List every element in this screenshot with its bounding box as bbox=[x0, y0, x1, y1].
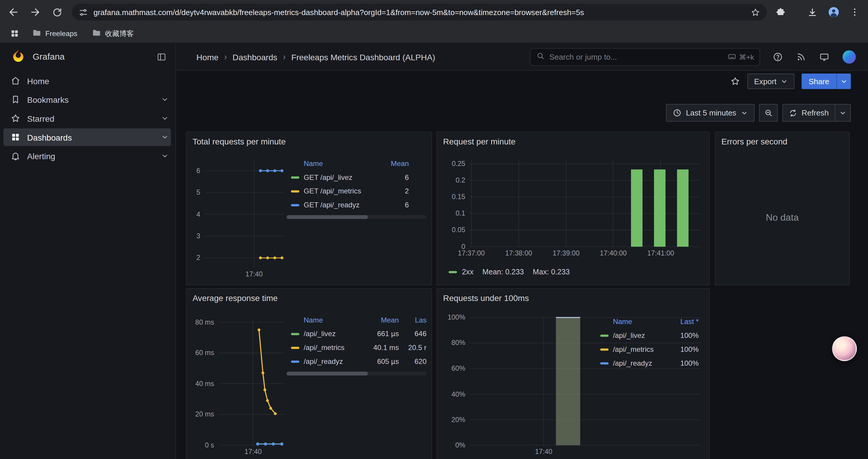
help-icon[interactable] bbox=[773, 52, 783, 62]
sidebar-item-home[interactable]: Home bbox=[3, 72, 171, 90]
user-avatar[interactable] bbox=[843, 50, 856, 64]
search-input[interactable] bbox=[549, 53, 723, 61]
sidebar-item-alerting[interactable]: Alerting bbox=[3, 147, 171, 165]
panel-title[interactable]: Request per minute bbox=[437, 132, 709, 151]
search-box[interactable]: ⌘+k bbox=[530, 48, 760, 66]
screen: Freeleaps 收藏博客 Grafana H bbox=[0, 0, 868, 459]
legend-column-header[interactable]: Last * bbox=[665, 317, 699, 326]
sidebar-item-starred[interactable]: Starred bbox=[3, 109, 171, 127]
legend-scrollbar[interactable] bbox=[286, 371, 427, 375]
export-button[interactable]: Export bbox=[747, 73, 794, 89]
legend-column-header[interactable]: Name bbox=[286, 159, 375, 167]
back-icon[interactable] bbox=[4, 3, 23, 22]
shortcut-label: ⌘+k bbox=[739, 53, 754, 61]
legend-column-header[interactable]: Name bbox=[286, 316, 363, 324]
average-response-time-chart[interactable] bbox=[219, 319, 284, 445]
breadcrumb-dashboards[interactable]: Dashboards bbox=[232, 52, 277, 62]
y-axis-tick-label: 3 bbox=[173, 232, 200, 240]
panel-title[interactable]: Total requests per minute bbox=[186, 132, 432, 151]
legend-value: 2 bbox=[375, 187, 409, 195]
reload-icon[interactable] bbox=[48, 3, 66, 22]
legend-series-name[interactable]: /api/_livez bbox=[304, 330, 336, 338]
legend-series-name[interactable]: /api/_metrics bbox=[304, 343, 344, 352]
legend-row: /api/_readyz605 µs620 bbox=[286, 355, 427, 368]
breadcrumb-home[interactable]: Home bbox=[196, 52, 219, 62]
legend-scrollbar-thumb[interactable] bbox=[286, 215, 368, 219]
sidebar-item-label: Bookmarks bbox=[27, 95, 68, 104]
address-bar[interactable] bbox=[72, 4, 767, 21]
sidebar-item-dashboards[interactable]: Dashboards bbox=[3, 128, 171, 146]
bookmark-item-freeleaps[interactable]: Freeleaps bbox=[28, 26, 82, 41]
downloads-icon[interactable] bbox=[803, 3, 822, 22]
panel-title[interactable]: Average response time bbox=[186, 289, 432, 307]
favorite-star-icon[interactable] bbox=[730, 76, 740, 86]
series-color-indicator bbox=[291, 347, 299, 349]
url-input[interactable] bbox=[93, 8, 745, 17]
share-button[interactable]: Share bbox=[802, 73, 837, 89]
y-axis-tick-label: 40% bbox=[438, 390, 465, 398]
sidebar-item-label: Home bbox=[27, 76, 49, 85]
bookmark-item-blogs[interactable]: 收藏博客 bbox=[88, 26, 138, 41]
panel-total-requests: Total requests per minute NameMeanGET /a… bbox=[186, 132, 432, 286]
legend-column-header[interactable]: Las bbox=[399, 316, 427, 324]
share-button-group: Share bbox=[802, 73, 851, 89]
legend-value: 100% bbox=[665, 331, 699, 340]
request-per-minute-chart[interactable] bbox=[470, 160, 700, 247]
no-data-message: No data bbox=[715, 151, 849, 285]
panel-title[interactable]: Requests under 100ms bbox=[437, 289, 709, 307]
series-color-indicator bbox=[600, 362, 609, 364]
legend-series-name[interactable]: 2xx bbox=[462, 268, 473, 276]
legend-column-header[interactable]: Mean bbox=[362, 316, 399, 324]
extensions-icon[interactable] bbox=[771, 3, 790, 22]
legend-series-name[interactable]: GET /api/_readyz bbox=[304, 201, 360, 209]
legend-scrollbar-thumb[interactable] bbox=[286, 371, 368, 375]
legend-value: 40.1 ms bbox=[362, 343, 399, 352]
y-axis-tick-label: 0 bbox=[438, 243, 465, 251]
series-color-indicator bbox=[291, 190, 299, 192]
zoom-out-button[interactable] bbox=[759, 104, 778, 122]
legend-column-header[interactable]: Mean bbox=[375, 159, 409, 167]
x-axis-tick-label: 17:40:00 bbox=[589, 249, 639, 258]
share-dropdown-icon[interactable] bbox=[836, 73, 851, 89]
panel-request-per-minute: Request per minute 2xx Mean: 0.233 Max: … bbox=[436, 132, 710, 286]
legend-series-name[interactable]: /api/_metrics bbox=[613, 345, 654, 353]
chevron-down-icon[interactable] bbox=[161, 114, 169, 122]
floating-avatar[interactable] bbox=[832, 336, 857, 361]
legend-series-name[interactable]: GET /api/_livez bbox=[304, 173, 352, 182]
refresh-button[interactable]: Refresh bbox=[782, 104, 835, 122]
site-settings-icon[interactable] bbox=[79, 7, 88, 17]
total-requests-chart[interactable] bbox=[205, 161, 284, 268]
legend-column-header[interactable]: Name bbox=[596, 317, 665, 326]
x-axis-tick-label: 17:41:00 bbox=[636, 249, 686, 258]
legend-scrollbar[interactable] bbox=[286, 215, 427, 219]
legend-table: NameMeanGET /api/_livez6GET /api/_metric… bbox=[286, 156, 427, 219]
y-axis-tick-label: 80 ms bbox=[186, 319, 214, 327]
bookmark-star-icon[interactable] bbox=[751, 7, 760, 17]
star-icon bbox=[11, 113, 21, 124]
legend-value: 646 bbox=[399, 330, 427, 338]
legend-row: /api/_livez661 µs646 bbox=[286, 327, 427, 341]
legend-series-name[interactable]: /api/_readyz bbox=[304, 357, 343, 366]
legend-value: 100% bbox=[665, 359, 699, 367]
forward-icon[interactable] bbox=[26, 3, 45, 22]
legend-series-name[interactable]: GET /api/_metrics bbox=[304, 187, 361, 195]
collapse-sidebar-icon[interactable] bbox=[157, 52, 167, 62]
profile-avatar-icon[interactable] bbox=[824, 3, 843, 22]
monitor-icon[interactable] bbox=[819, 52, 829, 62]
apps-grid-icon[interactable] bbox=[6, 26, 22, 41]
legend-series-name[interactable]: /api/_readyz bbox=[613, 359, 652, 367]
browser-menu-icon[interactable] bbox=[845, 3, 864, 22]
legend: 2xx Mean: 0.233 Max: 0.233 bbox=[449, 268, 570, 276]
sidebar-item-bookmarks[interactable]: Bookmarks bbox=[3, 91, 171, 108]
legend-value: 6 bbox=[375, 201, 409, 209]
chevron-down-icon[interactable] bbox=[161, 96, 169, 103]
y-axis-tick-label: 40 ms bbox=[186, 380, 214, 388]
legend-series-name[interactable]: /api/_livez bbox=[613, 331, 645, 340]
refresh-interval-dropdown[interactable] bbox=[835, 104, 851, 122]
news-rss-icon[interactable] bbox=[796, 52, 806, 62]
grafana-logo[interactable] bbox=[11, 49, 25, 65]
chevron-down-icon[interactable] bbox=[161, 133, 169, 141]
panel-title[interactable]: Errors per second bbox=[715, 132, 849, 151]
time-range-picker[interactable]: Last 5 minutes bbox=[666, 104, 754, 122]
chevron-down-icon[interactable] bbox=[161, 152, 169, 160]
